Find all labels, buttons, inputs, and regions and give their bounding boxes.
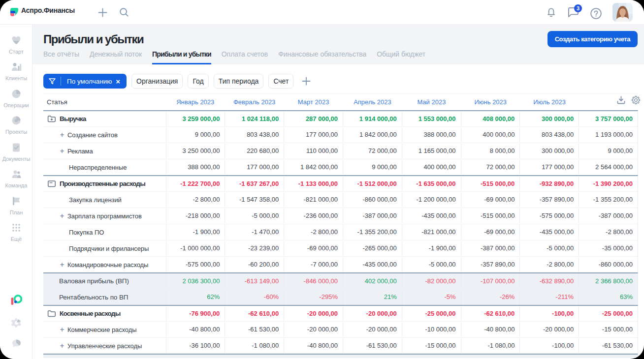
svg-text:3: 3 xyxy=(577,5,580,11)
